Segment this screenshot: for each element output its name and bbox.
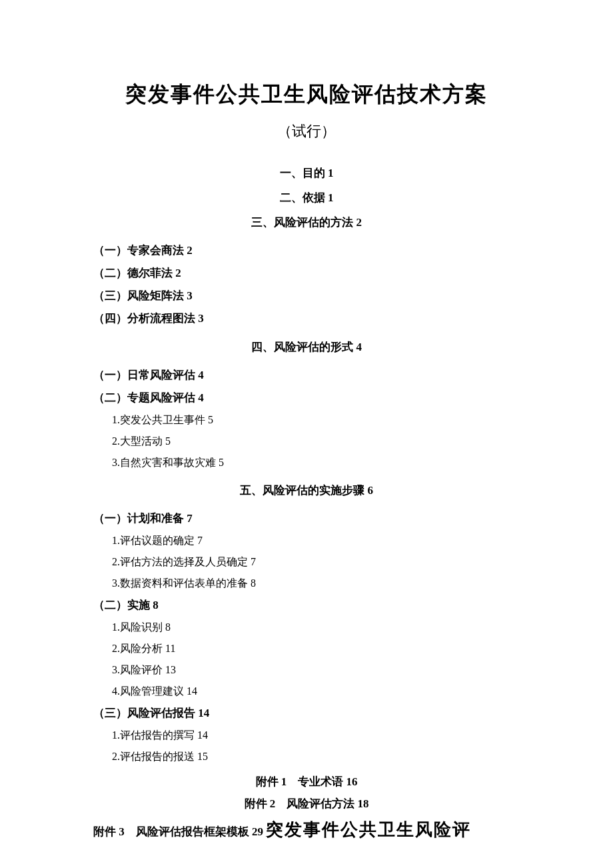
toc-section-2: 二、依据 1	[93, 190, 520, 205]
toc-item-5-3: （三）风险评估报告 14	[93, 702, 520, 725]
toc-item-3-1: （一）专家会商法 2	[93, 239, 520, 262]
appendix-1: 附件 1 专业术语 16	[93, 774, 520, 789]
toc-section-1: 一、目的 1	[93, 165, 520, 181]
toc-sub-5-1-3: 3.数据资料和评估表单的准备 8	[93, 573, 520, 594]
document-subtitle: （试行）	[93, 121, 520, 141]
appendix-3-title: 突发事件公共卫生风险评	[266, 820, 471, 839]
toc-item-4-2: （二）专题风险评估 4	[93, 387, 520, 409]
toc-item-5-2: （二）实施 8	[93, 594, 520, 617]
toc-sub-4-2-2: 2.大型活动 5	[93, 431, 520, 452]
toc-sub-4-2-1: 1.突发公共卫生事件 5	[93, 409, 520, 431]
toc-sub-5-2-3: 3.风险评价 13	[93, 659, 520, 681]
toc-item-3-4: （四）分析流程图法 3	[93, 307, 520, 330]
toc-section-4: 四、风险评估的形式 4	[93, 339, 520, 355]
toc-item-5-1: （一）计划和准备 7	[93, 507, 520, 530]
toc-sub-5-2-2: 2.风险分析 11	[93, 638, 520, 659]
appendix-3-line: 附件 3 风险评估报告框架模板 29 突发事件公共卫生风险评	[93, 818, 520, 841]
document-page: 突发事件公共卫生风险评估技术方案 （试行） 一、目的 1 二、依据 1 三、风险…	[0, 0, 613, 868]
toc-sub-5-2-1: 1.风险识别 8	[93, 617, 520, 638]
appendix-3-prefix: 附件 3 风险评估报告框架模板 29	[93, 825, 266, 838]
toc-sub-5-3-1: 1.评估报告的撰写 14	[93, 725, 520, 746]
toc-sub-5-1-2: 2.评估方法的选择及人员确定 7	[93, 551, 520, 573]
toc-section-5: 五、风险评估的实施步骤 6	[93, 483, 520, 498]
toc-item-4-1: （一）日常风险评估 4	[93, 364, 520, 387]
appendix-2: 附件 2 风险评估方法 18	[93, 796, 520, 811]
toc-item-3-2: （二）德尔菲法 2	[93, 262, 520, 285]
toc-sub-4-2-3: 3.自然灾害和事故灾难 5	[93, 452, 520, 473]
toc-sub-5-1-1: 1.评估议题的确定 7	[93, 530, 520, 551]
toc-section-3: 三、风险评估的方法 2	[93, 215, 520, 230]
document-title: 突发事件公共卫生风险评估技术方案	[93, 80, 520, 109]
toc-sub-5-2-4: 4.风险管理建议 14	[93, 681, 520, 702]
toc-item-3-3: （三）风险矩阵法 3	[93, 285, 520, 307]
toc-sub-5-3-2: 2.评估报告的报送 15	[93, 746, 520, 767]
